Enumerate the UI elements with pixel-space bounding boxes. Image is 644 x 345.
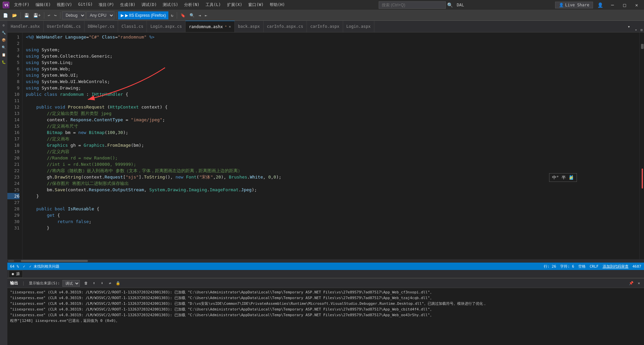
bookmark-btn[interactable]: 🔖 (179, 12, 187, 18)
scrollbar-thumb[interactable] (641, 44, 644, 49)
split-editor-btn[interactable]: ⊞ (639, 28, 644, 32)
output-toolbar: 🗑 ⬆ ⬇ ⇌ 🔒 (83, 280, 121, 287)
svg-text:VS: VS (4, 3, 8, 7)
tab-bar: Handler.ashx UserInfoDAL.cs DBHelper.cs … (7, 21, 644, 32)
row-col: 行: 26 (544, 264, 556, 269)
new-file-btn[interactable]: 📄 (1, 12, 10, 18)
refresh-btn[interactable]: ↻ (169, 12, 175, 18)
scroll-left-btn[interactable] (8, 260, 14, 262)
debug-config-dropdown[interactable]: Debug (62, 11, 86, 19)
menu-build[interactable]: 生成(B) (117, 1, 138, 8)
output-content[interactable]: "iisexpress.exe" (CLR v4.0.30319: /LM/W3… (7, 288, 644, 345)
tab-carinfo[interactable]: carInfo.aspx (307, 21, 343, 32)
menu-git[interactable]: Git(G) (75, 1, 95, 8)
status-bar: 64 % ✓ ✓ 未找到相关问题 行: 26 字符: 6 空格 CRLF 添加到… (7, 263, 644, 270)
right-scrollbar[interactable] (639, 32, 644, 259)
activity-icon-1[interactable]: ⚙ (1, 22, 7, 28)
tab-overflow-btn[interactable]: ▾ (626, 21, 632, 32)
search-input[interactable] (379, 1, 446, 9)
output-source-label: 显示输出来源(S): (29, 281, 60, 286)
output-scroll-bottom-btn[interactable]: ⬇ (99, 280, 105, 287)
tab-dbhelper[interactable]: DBHelper.cs (85, 21, 118, 32)
tab-label: back.aspx (238, 24, 260, 29)
tab-back[interactable]: back.aspx (235, 21, 264, 32)
activity-icon-4[interactable]: 🔍 (1, 44, 7, 50)
tab-label: Login.aspx.cs (150, 24, 182, 29)
tab-login-aspx-cs[interactable]: Login.aspx.cs (147, 21, 185, 32)
tab-login-aspx[interactable]: Login.aspx (343, 21, 374, 32)
scrollbar-track[interactable] (641, 32, 644, 259)
ime-popup[interactable]: 中° 半 🎽 (549, 173, 577, 182)
menu-debug[interactable]: 调试(D) (139, 1, 160, 8)
output-clear-btn[interactable]: 🗑 (83, 280, 89, 287)
user-count: 4687 (633, 264, 642, 269)
pin-panel-btn[interactable]: 📌 (628, 281, 635, 285)
output-line: "iisexpress.exe" (CLR v4.0.30319: /LM/W3… (10, 312, 641, 318)
tab-label: UserInfoDAL.cs (47, 24, 81, 29)
tab-label: Login.aspx (346, 24, 371, 29)
run-icon: ▶ (121, 13, 124, 18)
indent-btn[interactable]: ⇥ (197, 12, 203, 18)
output-word-wrap-btn[interactable]: ⇌ (107, 280, 113, 287)
activity-icon-3[interactable]: 📦 (1, 37, 7, 43)
close-button[interactable]: ✕ (632, 0, 641, 10)
run-button[interactable]: ▶ ▶ IIS Express (Firefox) (118, 11, 169, 19)
save-all-btn[interactable]: 💾+ (32, 12, 42, 18)
undo-btn[interactable]: ↩ (46, 12, 52, 18)
platform-dropdown[interactable]: Any CPU (86, 11, 114, 19)
source-tab-bar: ◉ 源 (7, 270, 644, 278)
output-source-select[interactable]: 调试 (62, 280, 80, 287)
char-count: 字符: 6 (560, 264, 574, 269)
editor-area: Handler.ashx UserInfoDAL.cs DBHelper.cs … (7, 21, 644, 278)
tab-carinfo-cs[interactable]: carInfo.aspx.cs (264, 21, 307, 32)
output-lock-btn[interactable]: 🔒 (115, 280, 121, 287)
code-content[interactable]: <%@ WebHandler Language="C#" Class="rand… (22, 32, 639, 259)
collapse-tabs-btn[interactable]: ▾ (634, 28, 639, 32)
tab-class1[interactable]: Class1.cs (118, 21, 147, 32)
menu-project[interactable]: 项目(P) (96, 1, 117, 8)
close-panel-btn[interactable]: ✕ (636, 281, 641, 285)
code-editor: 12345 678910 1112131415 1617181920 21222… (7, 32, 644, 259)
outdent-btn[interactable]: ⇤ (203, 12, 209, 18)
tab-randomnum[interactable]: randomnum.ashx * ✕ (185, 21, 234, 32)
scrollbar-h-thumb[interactable] (21, 260, 88, 262)
redo-btn[interactable]: ↪ (52, 12, 58, 18)
person-icon-btn[interactable]: 👤 (596, 0, 605, 10)
menu-help[interactable]: 帮助(H) (267, 1, 288, 8)
open-file-btn[interactable]: 📂 (10, 12, 19, 18)
find-btn[interactable]: 🔍 (188, 12, 196, 18)
panel-controls: 📌 ✕ (628, 281, 641, 285)
activity-icon-5[interactable]: 📋 (1, 52, 7, 58)
status-message: ✓ 未找到相关问题 (29, 264, 59, 269)
maximize-button[interactable]: □ (620, 0, 629, 10)
output-sep: | (22, 281, 25, 286)
menu-edit[interactable]: 编辑(E) (33, 1, 54, 8)
tab-userinfodal[interactable]: UserInfoDAL.cs (44, 21, 85, 32)
source-tab[interactable]: ◉ 源 (9, 270, 23, 278)
menu-view[interactable]: 视图(V) (54, 1, 75, 8)
vs-logo: VS (3, 2, 9, 8)
menu-extensions[interactable]: 扩展(X) (224, 1, 245, 8)
menu-file[interactable]: 文件(F) (11, 1, 32, 8)
activity-icon-2[interactable]: 🔧 (1, 29, 7, 36)
search-icon[interactable]: 🔍 (447, 2, 453, 8)
horizontal-scrollbar[interactable] (7, 259, 644, 263)
tab-handler[interactable]: Handler.ashx (7, 21, 44, 32)
menu-window[interactable]: 窗口(W) (246, 1, 266, 8)
minimize-button[interactable]: ─ (608, 0, 617, 10)
tab-label: Class1.cs (121, 24, 143, 29)
tab-label: Handler.ashx (11, 24, 40, 29)
window-title: DAL (457, 3, 464, 7)
add-review-link[interactable]: 添加到代码审查 (603, 264, 629, 269)
live-share-button[interactable]: 👤 Live Share (555, 2, 593, 8)
save-btn[interactable]: 💾 (22, 12, 31, 18)
menu-tools[interactable]: 工具(L) (203, 1, 224, 8)
output-panel: 输出 | 显示输出来源(S): 调试 🗑 ⬆ ⬇ ⇌ 🔒 📌 ✕ "iisexp… (7, 278, 644, 345)
tab-close-btn[interactable]: ✕ (229, 24, 231, 29)
menu-test[interactable]: 测试(S) (160, 1, 181, 8)
menu-analyze[interactable]: 分析(N) (181, 1, 202, 8)
activity-icon-6[interactable]: 🐛 (1, 59, 7, 65)
output-scroll-top-btn[interactable]: ⬆ (91, 280, 97, 287)
main-container: Handler.ashx UserInfoDAL.cs DBHelper.cs … (7, 21, 644, 345)
zoom-level[interactable]: 64 % (10, 264, 19, 269)
